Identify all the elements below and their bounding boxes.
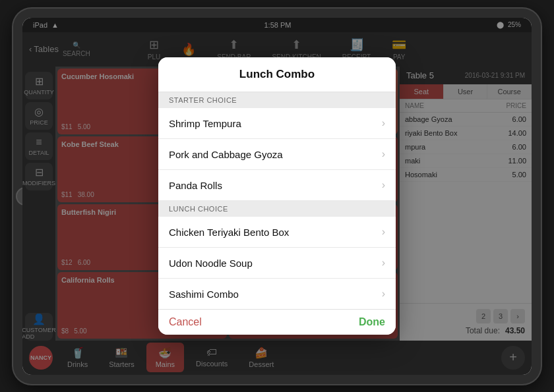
chevron-right-icon: › bbox=[382, 117, 385, 129]
modal-title: Lunch Combo bbox=[239, 68, 315, 80]
chevron-right-icon: › bbox=[382, 179, 385, 191]
done-button[interactable]: Done bbox=[359, 316, 385, 328]
section-header-starter: STARTER CHOICE bbox=[158, 92, 396, 108]
modal-item-chicken-bento[interactable]: Chicken Teriyaki Bento Box › bbox=[158, 217, 396, 248]
modal-footer: Cancel Done bbox=[158, 309, 396, 335]
cancel-button[interactable]: Cancel bbox=[169, 316, 202, 328]
modal-item-pork-gyoza[interactable]: Pork and Cabbage Gyoza › bbox=[158, 139, 396, 170]
modal-body: STARTER CHOICE Shrimp Tempura › Pork and… bbox=[158, 92, 396, 309]
modal-item-udon-noodle-soup[interactable]: Udon Noodle Soup › bbox=[158, 248, 396, 279]
chevron-right-icon: › bbox=[382, 288, 385, 300]
lunch-combo-modal: Lunch Combo STARTER CHOICE Shrimp Tempur… bbox=[158, 57, 396, 335]
chevron-right-icon: › bbox=[382, 257, 385, 269]
chevron-right-icon: › bbox=[382, 148, 385, 160]
modal-overlay: Lunch Combo STARTER CHOICE Shrimp Tempur… bbox=[22, 18, 532, 375]
section-header-lunch: LUNCH CHOICE bbox=[158, 201, 396, 217]
chevron-right-icon: › bbox=[382, 226, 385, 238]
modal-item-panda-rolls[interactable]: Panda Rolls › bbox=[158, 170, 396, 201]
modal-item-shrimp-tempura[interactable]: Shrimp Tempura › bbox=[158, 108, 396, 139]
modal-item-sashimi-combo[interactable]: Sashimi Combo › bbox=[158, 279, 396, 309]
modal-header: Lunch Combo bbox=[158, 57, 396, 92]
